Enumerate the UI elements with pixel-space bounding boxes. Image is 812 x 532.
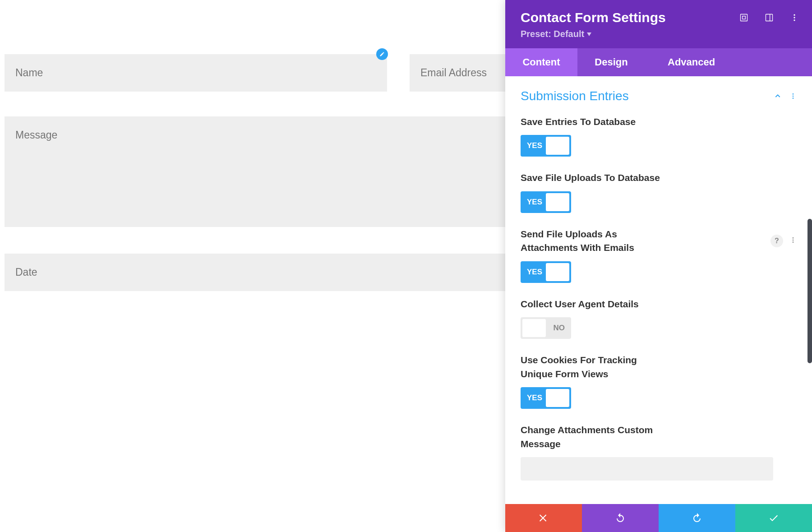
panel-tabs: Content Design Advanced bbox=[505, 48, 812, 76]
setting-label: Save Entries To Database bbox=[521, 115, 665, 129]
check-icon bbox=[768, 513, 779, 523]
svg-point-4 bbox=[794, 14, 795, 16]
svg-point-7 bbox=[793, 93, 794, 95]
svg-point-5 bbox=[794, 17, 795, 18]
panel-body[interactable]: Submission Entries Save Entries To Datab… bbox=[505, 76, 812, 504]
setting-label: Send File Uploads As Attachments With Em… bbox=[521, 227, 665, 255]
scrollbar-thumb[interactable] bbox=[807, 219, 812, 363]
svg-rect-1 bbox=[743, 16, 746, 19]
close-icon bbox=[538, 513, 549, 523]
toggle-knob bbox=[546, 389, 569, 407]
toggle-label: YES bbox=[521, 268, 549, 277]
svg-point-6 bbox=[794, 19, 795, 21]
toggle-knob bbox=[546, 263, 569, 281]
toggle-cookies[interactable]: YES bbox=[521, 387, 571, 409]
svg-rect-2 bbox=[766, 14, 773, 21]
setting-label: Use Cookies For Tracking Unique Form Vie… bbox=[521, 353, 665, 381]
preset-label: Preset: Default bbox=[521, 29, 584, 39]
panel-header: Contact Form Settings Preset: Default bbox=[505, 0, 812, 48]
setting-label: Change Attachments Custom Message bbox=[521, 423, 665, 451]
toggle-label: NO bbox=[547, 324, 572, 333]
redo-icon bbox=[692, 513, 702, 523]
section-header[interactable]: Submission Entries bbox=[505, 89, 812, 112]
redo-button[interactable] bbox=[659, 504, 735, 532]
setting-label: Collect User Agent Details bbox=[521, 297, 665, 311]
toggle-user-agent[interactable]: NO bbox=[521, 317, 571, 339]
save-button[interactable] bbox=[735, 504, 812, 532]
custom-message-input[interactable] bbox=[521, 457, 773, 481]
more-options-icon[interactable] bbox=[789, 13, 799, 23]
layout-icon[interactable] bbox=[764, 13, 774, 23]
toggle-save-uploads[interactable]: YES bbox=[521, 191, 571, 213]
svg-point-9 bbox=[793, 97, 794, 99]
undo-icon bbox=[615, 513, 626, 523]
svg-point-12 bbox=[793, 242, 794, 243]
setting-send-attachments: Send File Uploads As Attachments With Em… bbox=[505, 225, 812, 295]
toggle-label: YES bbox=[521, 198, 549, 207]
toggle-label: YES bbox=[521, 141, 549, 150]
expand-icon[interactable] bbox=[739, 13, 749, 23]
toggle-save-entries[interactable]: YES bbox=[521, 135, 571, 157]
svg-point-10 bbox=[793, 237, 794, 239]
panel-title: Contact Form Settings bbox=[521, 10, 666, 25]
svg-rect-0 bbox=[741, 14, 747, 21]
preset-dropdown[interactable]: Preset: Default bbox=[521, 29, 666, 39]
help-button[interactable]: ? bbox=[770, 235, 783, 247]
section-title: Submission Entries bbox=[521, 89, 629, 103]
setting-label: Save File Uploads To Database bbox=[521, 171, 665, 185]
name-input[interactable] bbox=[5, 54, 387, 92]
setting-more-icon[interactable] bbox=[789, 236, 797, 245]
undo-button[interactable] bbox=[582, 504, 659, 532]
tab-advanced[interactable]: Advanced bbox=[645, 48, 812, 76]
svg-point-8 bbox=[793, 96, 794, 97]
svg-point-11 bbox=[793, 240, 794, 241]
setting-save-uploads: Save File Uploads To Database YES bbox=[505, 168, 812, 224]
tab-content[interactable]: Content bbox=[505, 48, 577, 76]
settings-panel: Contact Form Settings Preset: Default Co… bbox=[505, 0, 812, 532]
setting-save-entries: Save Entries To Database YES bbox=[505, 112, 812, 168]
setting-user-agent: Collect User Agent Details NO bbox=[505, 295, 812, 351]
setting-custom-message: Change Attachments Custom Message bbox=[505, 421, 812, 492]
caret-down-icon bbox=[587, 32, 591, 36]
toggle-label: YES bbox=[521, 393, 549, 402]
toggle-knob bbox=[546, 137, 569, 155]
panel-footer bbox=[505, 504, 812, 532]
toggle-knob bbox=[522, 319, 546, 337]
toggle-send-attachments[interactable]: YES bbox=[521, 261, 571, 283]
toggle-knob bbox=[546, 193, 569, 211]
chevron-up-icon bbox=[774, 93, 781, 100]
pencil-icon bbox=[379, 51, 385, 57]
setting-cookies: Use Cookies For Tracking Unique Form Vie… bbox=[505, 351, 812, 421]
edit-field-button[interactable] bbox=[376, 48, 388, 60]
section-more-icon[interactable] bbox=[789, 93, 797, 100]
tab-design[interactable]: Design bbox=[577, 48, 645, 76]
cancel-button[interactable] bbox=[505, 504, 582, 532]
